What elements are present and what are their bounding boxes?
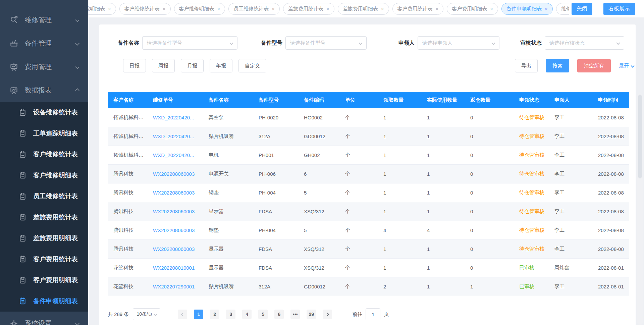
sidebar-item-report[interactable]: 数据报表 [0, 78, 88, 102]
cell-repair-order[interactable]: WX202208010001 [147, 265, 203, 271]
cell-repair-order[interactable]: WXD_20220420... [147, 152, 203, 158]
table-row: 拓诚机械科技（...WXD_20220420...电机PH001GH002个11… [108, 146, 629, 165]
tab[interactable]: 客户费用统计表× [392, 3, 444, 15]
filter-label: 申领人 [398, 40, 415, 47]
cell-part-model: PH001 [253, 152, 298, 158]
close-icon[interactable]: × [545, 6, 548, 11]
cell-unit: 个 [339, 133, 378, 140]
page-size-value: 10条/页 [137, 311, 152, 317]
close-icon[interactable]: × [272, 6, 275, 11]
close-icon[interactable]: × [163, 6, 166, 11]
prev-page-button[interactable] [178, 310, 187, 319]
cell-claim-status: 待仓管审核 [514, 114, 549, 121]
close-icon[interactable]: × [381, 6, 384, 11]
cell-claim-time: 2022-08-08 [592, 115, 629, 120]
close-icon[interactable]: × [326, 6, 329, 11]
sidebar-item-settings[interactable]: 系统设置 [0, 312, 88, 325]
cell-repair-order[interactable]: WX202208060003 [147, 246, 203, 252]
cell-unit: 个 [339, 189, 378, 196]
close-icon[interactable]: × [436, 6, 439, 11]
page-size-select[interactable]: 10条/页 [133, 308, 160, 320]
cell-used-qty: 1 [421, 190, 465, 196]
goto-page-input[interactable]: 1 [366, 308, 380, 320]
filter-select[interactable]: 请选择备件型号 [285, 36, 367, 50]
export-button[interactable]: 导出 [515, 59, 538, 72]
period-button[interactable]: 年报 [210, 59, 232, 72]
settings-icon [9, 319, 18, 325]
sidebar-subitem[interactable]: 设备维修统计表 [0, 102, 88, 123]
sidebar-item-repair[interactable]: 维修管理 [0, 8, 88, 32]
cell-claim-time: 2022-08-08 [592, 227, 629, 233]
cell-returned-qty: 1 [465, 284, 514, 289]
cell-repair-order[interactable]: WXD_20220420... [147, 133, 203, 139]
clear-all-button[interactable]: 清空所有 [577, 59, 611, 72]
spare-parts-claim-table: 客户名称维修单号备件名称备件型号备件编码单位领取数量实际使用数量返仓数量申领状态… [108, 92, 629, 296]
sidebar-subitem[interactable]: 工单追踪明细表 [0, 123, 88, 144]
sidebar-subitem[interactable]: 员工维修统计表 [0, 186, 88, 207]
close-icon[interactable]: × [108, 6, 111, 11]
tab[interactable]: 差旅费用明细表× [338, 3, 389, 15]
scrollbar[interactable] [637, 93, 643, 325]
sidebar-subitem[interactable]: 客户维修明细表 [0, 165, 88, 186]
period-button[interactable]: 月报 [181, 59, 204, 72]
sidebar-subitem[interactable]: 客户费用明细表 [0, 270, 88, 291]
cell-repair-order[interactable]: WX202207290001 [147, 284, 203, 289]
filter-select[interactable]: 请选择申领人 [418, 36, 499, 50]
tab[interactable]: 客户维修统计表× [119, 3, 171, 15]
sidebar-item-device[interactable]: 设备管理 [0, 0, 88, 8]
cell-claimant: 李工 [549, 283, 592, 290]
tab[interactable]: 客户费用明细表× [447, 3, 498, 15]
cell-part-name: 真空泵 [203, 114, 253, 121]
chevron-down-icon [359, 41, 362, 45]
sidebar-subitem[interactable]: 客户费用统计表 [0, 249, 88, 270]
tab[interactable]: 客户维修明细表× [174, 3, 225, 15]
scrollbar-thumb[interactable] [638, 95, 642, 178]
sidebar-subitem[interactable]: 差旅费用统计表 [0, 207, 88, 228]
filter-select[interactable]: 请选择审核状态 [545, 36, 624, 50]
cell-part-code: GD00012 [298, 133, 339, 139]
cell-customer-name: 腾讯科技 [108, 246, 147, 252]
pager: 123456•••29 [178, 310, 332, 319]
tab[interactable]: 差旅费用统计表× [283, 3, 334, 15]
sidebar-subitem-label: 客户费用明细表 [33, 276, 78, 284]
close-icon[interactable]: × [217, 6, 220, 11]
sidebar-subitem[interactable]: 客户维修统计表 [0, 144, 88, 165]
sidebar-subitem-active[interactable]: 备件申领明细表 [0, 291, 88, 312]
period-button[interactable]: 日报 [123, 59, 146, 72]
cell-repair-order[interactable]: WXD_20220420... [147, 115, 203, 120]
sidebar-item-expense[interactable]: 费用管理 [0, 55, 88, 78]
period-button[interactable]: 自定义 [238, 59, 266, 72]
tab[interactable]: 员工维修统计表× [228, 3, 280, 15]
cell-claimant: 李工 [549, 114, 592, 121]
cell-unit: 个 [339, 171, 378, 177]
cell-used-qty: 1 [421, 246, 465, 252]
cell-repair-order[interactable]: WX202208060003 [147, 171, 203, 177]
period-buttons: 日报周报月报年报自定义 [123, 59, 266, 72]
close-icon[interactable]: × [490, 6, 493, 11]
page-button[interactable]: 2 [210, 310, 219, 319]
page-button[interactable]: 5 [258, 310, 268, 319]
tab-active[interactable]: 备件申领明细表× [501, 3, 553, 15]
expand-toggle[interactable]: 展开 [619, 63, 634, 69]
more-pages-icon[interactable]: ••• [290, 310, 300, 319]
board-display-button[interactable]: 看板展示 [603, 3, 635, 15]
close-button[interactable]: 关闭 [572, 3, 592, 15]
cell-repair-order[interactable]: WX202208060003 [147, 190, 203, 196]
page-button[interactable]: 1 [194, 310, 203, 319]
sidebar-subitem[interactable]: 差旅费用明细表 [0, 228, 88, 249]
sidebar-item-spare-parts[interactable]: 备件管理 [0, 32, 88, 55]
cell-repair-order[interactable]: WX202208060003 [147, 227, 203, 233]
cell-used-qty: 4 [421, 227, 465, 233]
filter-select[interactable]: 请选择备件型号 [142, 36, 237, 50]
cell-repair-order[interactable]: WX202208060003 [147, 209, 203, 214]
tab[interactable]: 工单追踪明细表× [88, 3, 116, 15]
column-header-returned-qty: 返仓数量 [465, 97, 514, 103]
cell-returned-qty: 0 [465, 227, 514, 233]
period-button[interactable]: 周报 [152, 59, 175, 72]
page-button[interactable]: 29 [307, 310, 316, 319]
search-button[interactable]: 搜索 [546, 59, 569, 72]
next-page-button[interactable] [323, 310, 332, 319]
page-button[interactable]: 6 [274, 310, 284, 319]
page-button[interactable]: 4 [242, 310, 252, 319]
page-button[interactable]: 3 [226, 310, 235, 319]
